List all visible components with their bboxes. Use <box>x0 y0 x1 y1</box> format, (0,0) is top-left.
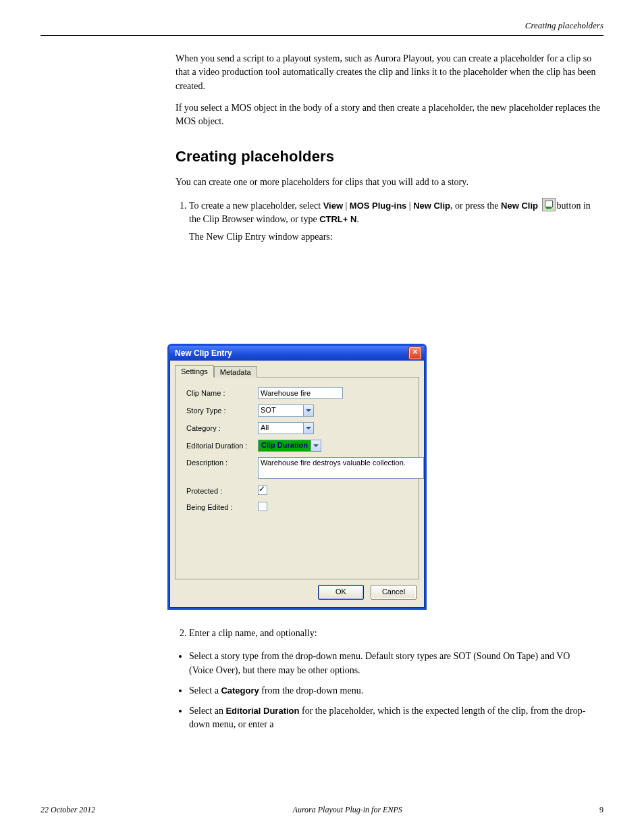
step-1-text-a: To create a new placeholder, select <box>189 201 323 211</box>
cancel-button[interactable]: Cancel <box>371 585 417 600</box>
clip-name-input[interactable] <box>258 387 343 399</box>
btn-name-newclip: New Clip <box>501 201 541 211</box>
being-edited-checkbox[interactable] <box>258 502 267 511</box>
after-dialog: Enter a clip name, and optionally: Selec… <box>176 627 594 741</box>
dialog-button-row: OK Cancel <box>175 579 419 602</box>
category-select[interactable]: All <box>258 422 314 434</box>
label-editorial-duration: Editorial Duration : <box>186 442 254 450</box>
options-list: Select a story type from the drop-down m… <box>189 650 594 731</box>
top-rule <box>41 35 603 36</box>
chevron-down-icon[interactable] <box>303 405 313 416</box>
step-1-sep-2: | <box>406 201 413 211</box>
menu-view: View <box>323 201 343 211</box>
steps-list-continued: Enter a clip name, and optionally: <box>189 627 594 640</box>
step-1-text-d: , or press the <box>450 201 501 211</box>
tab-pane-settings: Clip Name : Story Type : SOT Category : … <box>175 377 419 579</box>
step-1: To create a new placeholder, select View… <box>189 198 603 244</box>
description-input[interactable] <box>258 457 424 479</box>
intro-paragraph-2: If you select a MOS object in the body o… <box>176 101 603 129</box>
page-footer: 22 October 2012 Aurora Playout Plug-in f… <box>41 805 603 815</box>
footer-doc: Aurora Playout Plug-in for ENPS <box>293 805 402 815</box>
footer-date: 22 October 2012 <box>41 805 95 815</box>
label-being-edited: Being Edited : <box>186 503 254 511</box>
editorial-duration-select[interactable]: Clip Duration <box>258 440 321 452</box>
footer-page: 9 <box>599 805 603 815</box>
step-1-sub: The New Clip Entry window appears: <box>189 230 603 244</box>
tab-settings[interactable]: Settings <box>175 365 214 377</box>
step-1-sep-1: | <box>343 201 350 211</box>
story-type-value: SOT <box>259 405 303 416</box>
chevron-down-icon[interactable] <box>311 440 321 451</box>
menu-mos: MOS Plug-ins <box>350 201 407 211</box>
dialog-titlebar[interactable]: New Clip Entry × <box>169 346 425 361</box>
option-ed-bold: Editorial Duration <box>225 706 299 716</box>
dialog-new-clip-entry: New Clip Entry × Settings Metadata Clip … <box>167 344 427 610</box>
body-text: When you send a script to a playout syst… <box>176 52 603 244</box>
editorial-duration-value: Clip Duration <box>259 440 311 451</box>
step-2: Enter a clip name, and optionally: <box>189 627 594 640</box>
section-heading: Creating placeholders <box>176 146 603 167</box>
dialog-tabs: Settings Metadata <box>175 365 419 377</box>
step-1-text-g: . <box>356 214 359 224</box>
option-ed-a: Select an <box>189 706 225 716</box>
protected-checkbox[interactable] <box>258 486 267 495</box>
category-value: All <box>259 423 303 434</box>
label-description: Description : <box>186 457 254 467</box>
running-head: Creating placeholders <box>41 20 603 31</box>
menu-newclip: New Clip <box>413 201 450 211</box>
label-category: Category : <box>186 424 254 432</box>
ok-button[interactable]: OK <box>318 585 364 600</box>
option-category: Select a Category from the drop-down men… <box>189 684 594 698</box>
label-protected: Protected : <box>186 487 254 495</box>
close-icon[interactable]: × <box>408 346 422 360</box>
shortcut-key: CTRL+ N <box>319 214 356 224</box>
chevron-down-icon[interactable] <box>303 423 313 434</box>
label-story-type: Story Type : <box>186 407 254 415</box>
option-editorial-duration: Select an Editorial Duration for the pla… <box>189 704 594 732</box>
steps-list: To create a new placeholder, select View… <box>189 198 603 244</box>
tab-metadata[interactable]: Metadata <box>214 366 257 377</box>
dialog-title: New Clip Entry <box>175 348 408 358</box>
option-category-bold: Category <box>221 685 259 696</box>
intro-paragraph-1: When you send a script to a playout syst… <box>176 52 603 93</box>
option-category-a: Select a <box>189 685 221 696</box>
option-category-b: from the drop-down menu. <box>259 685 363 696</box>
option-story-type: Select a story type from the drop-down m… <box>189 650 594 677</box>
story-type-select[interactable]: SOT <box>258 405 314 417</box>
label-clip-name: Clip Name : <box>186 389 254 397</box>
section-lead: You can create one or more placeholders … <box>176 176 603 189</box>
new-clip-icon <box>542 198 556 211</box>
